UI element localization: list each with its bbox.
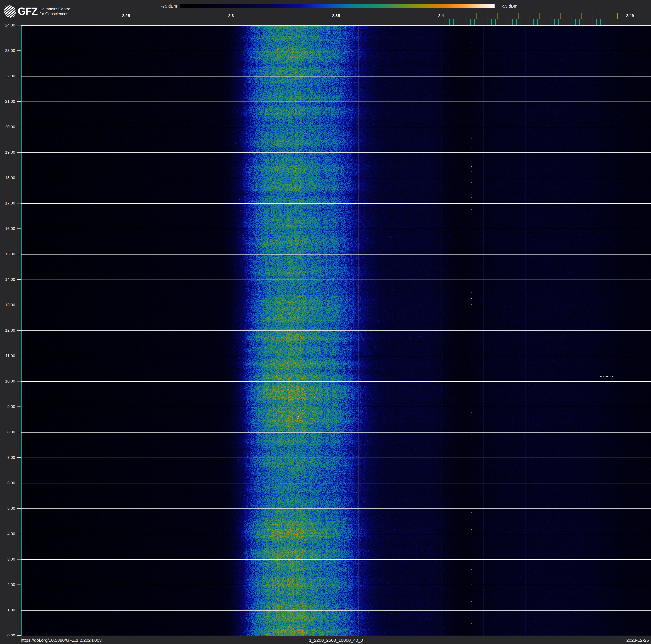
freq-tick-minor — [105, 19, 105, 25]
ble-channel-tick — [525, 19, 525, 25]
ble-channel-tick — [487, 19, 488, 25]
ble-channel-tick — [554, 19, 555, 25]
time-tick — [17, 534, 21, 534]
freq-tick-minor — [378, 19, 378, 25]
time-label: 13:00 — [0, 303, 15, 307]
logo-org-text: GFZ — [18, 5, 37, 18]
time-tick — [17, 254, 21, 254]
dataset-id-text: 1_2200_2500_10000_40_0 — [309, 638, 363, 643]
freq-tick-minor — [63, 19, 63, 25]
time-label: 5:00 — [0, 506, 15, 511]
ble-channel-tick — [470, 19, 471, 25]
freq-tick-minor — [21, 19, 21, 25]
wifi-channel-tick — [592, 12, 592, 19]
freq-tick-label: 2.35 — [328, 13, 344, 18]
ble-channel-tick — [584, 19, 584, 25]
time-tick — [17, 381, 21, 381]
ble-channel-tick — [466, 19, 466, 25]
time-tick — [17, 229, 21, 229]
time-label: 24:00 — [0, 23, 15, 28]
doi-text: https://doi.org/10.5880/GFZ.1.2.2024.003 — [21, 638, 102, 643]
ble-channel-tick — [517, 19, 517, 25]
ble-channel-tick — [609, 19, 609, 25]
ble-channel-tick — [604, 19, 605, 25]
freq-tick-minor — [315, 19, 315, 25]
ble-channel-tick — [533, 19, 534, 25]
freq-tick-minor — [84, 19, 84, 25]
logo-subtitle: Helmholtz Centre for Geosciences — [39, 6, 70, 16]
spectrogram-canvas — [21, 25, 651, 636]
ble-channel-tick — [558, 19, 559, 25]
freq-tick-major — [630, 19, 630, 25]
freq-tick-minor — [189, 19, 189, 25]
ble-channel-tick — [478, 19, 479, 25]
ble-channel-tick — [537, 19, 538, 25]
time-label: 7:00 — [0, 455, 15, 460]
freq-tick-label: 2.49 — [622, 13, 639, 18]
time-label: 2:00 — [0, 582, 15, 587]
time-tick — [17, 25, 21, 25]
freq-tick-minor — [357, 19, 357, 25]
gfz-logo: GFZ Helmholtz Centre for Geosciences — [4, 5, 70, 18]
colorbar-gradient — [180, 4, 495, 8]
time-tick — [17, 279, 21, 280]
time-tick — [17, 51, 21, 51]
wifi-channel-tick — [571, 12, 571, 19]
time-label: 3:00 — [0, 557, 15, 562]
wifi-channel-tick — [476, 12, 477, 19]
wifi-channel-tick — [519, 12, 519, 19]
freq-tick-minor — [420, 19, 420, 25]
ble-channel-tick — [579, 19, 580, 25]
time-tick — [17, 483, 21, 483]
ble-channel-tick — [567, 19, 567, 25]
freq-tick-minor — [210, 19, 210, 25]
wifi-channel-tick — [466, 12, 466, 19]
wifi-channel-tick — [529, 12, 529, 19]
time-tick — [17, 127, 21, 127]
time-label: 14:00 — [0, 277, 15, 282]
colorbar-min-label: -75 dBm — [135, 4, 177, 9]
ble-channel-tick — [550, 19, 550, 25]
gfz-globe-icon — [4, 5, 16, 18]
time-tick — [17, 76, 21, 76]
wifi-channel-tick — [487, 12, 488, 19]
logo-subtitle-line1: Helmholtz Centre — [39, 6, 70, 11]
time-tick — [17, 330, 21, 331]
time-label: 23:00 — [0, 48, 15, 53]
time-label: 1:00 — [0, 608, 15, 612]
ble-channel-tick — [600, 19, 601, 25]
time-tick — [17, 559, 21, 559]
ble-channel-tick — [575, 19, 576, 25]
logo-subtitle-line2: for Geosciences — [39, 11, 70, 16]
time-tick — [17, 305, 21, 305]
wifi-channel-tick — [617, 12, 618, 19]
freq-tick-minor — [273, 19, 273, 25]
freq-tick-label: 2.25 — [118, 13, 134, 18]
wifi-channel-tick — [582, 12, 582, 19]
time-tick — [17, 407, 21, 407]
freq-tick-minor — [399, 19, 399, 25]
ble-channel-tick — [592, 19, 592, 25]
ble-channel-tick — [445, 19, 445, 25]
time-label: 6:00 — [0, 481, 15, 485]
freq-tick-minor — [294, 19, 294, 25]
date-text: 2023-12-26 — [626, 638, 649, 643]
time-tick — [17, 356, 21, 356]
time-tick — [17, 610, 21, 610]
time-tick — [17, 635, 21, 636]
time-tick — [17, 585, 21, 585]
time-label: 4:00 — [0, 531, 15, 536]
time-tick — [17, 508, 21, 509]
ble-channel-tick — [596, 19, 597, 25]
ble-channel-tick — [474, 19, 475, 25]
ble-channel-tick — [454, 19, 454, 25]
wifi-channel-tick — [539, 12, 540, 19]
freq-tick-label: 2.3 — [223, 13, 239, 18]
time-tick — [17, 152, 21, 153]
time-label: 12:00 — [0, 328, 15, 333]
freq-tick-major — [231, 19, 231, 25]
time-label: 20:00 — [0, 125, 15, 129]
time-label: 11:00 — [0, 354, 15, 358]
time-tick — [17, 178, 21, 178]
ble-channel-tick — [500, 19, 500, 25]
